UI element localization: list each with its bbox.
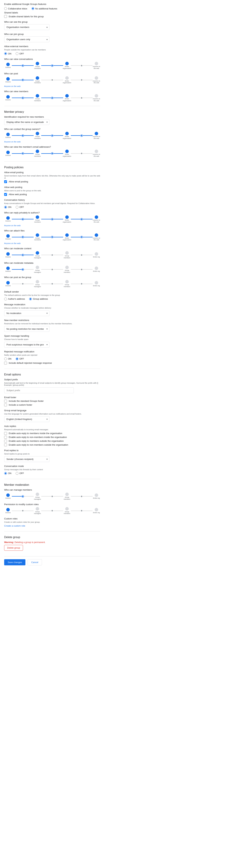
create-custom-role-button[interactable]: Create a custom role [4, 525, 25, 527]
authors-address-option[interactable]: Author's address [4, 298, 25, 300]
message-moderation-section: Message moderation Choose whether to mod… [4, 303, 100, 316]
who-can-join-select[interactable]: Organisation users only Anyone can ask A… [4, 36, 49, 42]
section-divider-4 [4, 479, 100, 479]
group-address-radio[interactable] [29, 298, 32, 300]
attach-files-slider: Owners Group members Entire organisation… [4, 234, 100, 241]
view-email-label: Who can view the member's email addresse… [4, 146, 100, 148]
group-address-option[interactable]: Group address [29, 298, 48, 300]
view-conversations-slider: Owners Group members Entire organisation… [4, 62, 100, 69]
conv-history-toggle: ON OFF [4, 206, 100, 209]
auto-reply-4[interactable]: Enable auto-reply to non-members outside… [4, 443, 100, 446]
email-language-select-wrapper[interactable]: English (United Kingdom) English (United… [4, 416, 49, 422]
group-email-language-section: Group email language Use this language f… [4, 409, 100, 422]
spam-handling-select[interactable]: Post suspicious messages to the group Si… [4, 342, 49, 347]
external-on-option[interactable]: ON [4, 52, 11, 55]
rejected-title: Rejected message notification [4, 350, 100, 353]
anyone-web-2[interactable]: Anyone on the web [4, 224, 100, 226]
email-language-select[interactable]: English (United Kingdom) English (United… [4, 416, 49, 422]
who-can-join-select-wrapper[interactable]: Organisation users only Anyone can ask A… [4, 36, 49, 42]
who-can-see-label: Who can see the group [4, 21, 100, 23]
email-posting-checkbox[interactable] [4, 180, 7, 183]
auto-reply-2[interactable]: Enable auto-reply to non-members inside … [4, 436, 100, 439]
post-as-group-slider: Owners Group managers Group members Enti… [4, 280, 100, 288]
identification-select-wrapper[interactable]: Display either the name or organisation … [4, 119, 49, 125]
conv-mode-on-radio[interactable] [4, 472, 7, 475]
message-moderation-select-wrapper[interactable]: No moderation Moderate all messages Mode… [4, 310, 49, 316]
new-member-select-wrapper[interactable]: No posting restriction for new members N… [4, 326, 49, 332]
moderate-content-slider: Owners Group managers Group members Enti… [4, 251, 100, 259]
conv-mode-on-option[interactable]: ON [4, 472, 11, 475]
shared-labels-checkbox[interactable] [4, 15, 7, 18]
default-rejected-checkbox[interactable] [4, 362, 7, 365]
email-footer-section: Email footer Include the standard Groups… [4, 396, 100, 406]
web-posting-checkbox-row[interactable]: Allow web posting [4, 193, 100, 196]
standard-footer-row[interactable]: Include the standard Groups footer [4, 400, 100, 403]
apply-web-link[interactable]: Anyone on the web [4, 141, 100, 143]
cancel-button[interactable]: Cancel [28, 559, 42, 565]
perm-icon-owner: Owners [4, 63, 12, 68]
delete-group-button[interactable]: Delete group [4, 545, 23, 551]
rejected-on-radio[interactable] [4, 358, 7, 360]
rejected-off-option[interactable]: OFF [16, 358, 24, 360]
enable-features-section: Enable additional Google Groups features… [4, 3, 100, 10]
post-replies-select-wrapper[interactable]: Sender (chooses recipient) The entire gr… [4, 456, 49, 462]
message-moderation-select[interactable]: No moderation Moderate all messages Mode… [4, 310, 49, 316]
view-members-label: Who can view members [4, 90, 100, 93]
rejected-on-option[interactable]: ON [4, 358, 11, 360]
shared-labels-checkbox-row[interactable]: Enable shared labels for this group [4, 15, 100, 18]
external-off-radio[interactable] [16, 52, 18, 55]
save-changes-button[interactable]: Save changes [4, 559, 26, 565]
conv-mode-off-option[interactable]: OFF [16, 472, 24, 475]
conv-history-on-radio[interactable] [4, 206, 7, 209]
new-member-title: New member restrictions [4, 319, 100, 321]
view-members-slider: Owners Group members Entire organisation… [4, 94, 100, 102]
no-additional-option[interactable]: No additional features [32, 7, 57, 10]
conv-mode-title: Conversation mode [4, 465, 100, 467]
post-replies-desc: Send replies to group posts to [4, 453, 100, 455]
moderate-metadata-slider: Owners Group managers Group members Enti… [4, 266, 100, 273]
conv-history-off[interactable]: OFF [16, 206, 24, 209]
conversation-mode-section: Conversation mode Group messages into th… [4, 465, 100, 475]
conv-history-off-radio[interactable] [16, 206, 18, 209]
spam-handling-section: Spam message handling Choose how to hand… [4, 335, 100, 347]
anyone-on-web-link[interactable]: Anyone on the web [4, 85, 100, 87]
external-off-option[interactable]: OFF [16, 52, 24, 55]
conv-history-on[interactable]: ON [4, 206, 11, 209]
email-posting-checkbox-row[interactable]: Allow email posting [4, 180, 100, 183]
spam-handling-select-wrapper[interactable]: Post suspicious messages to the group Si… [4, 342, 49, 347]
custom-footer-row[interactable]: Include a custom footer [4, 404, 100, 406]
attach-web-link[interactable]: Anyone on the web [4, 242, 100, 244]
authors-address-radio[interactable] [4, 298, 7, 300]
standard-footer-checkbox[interactable] [4, 400, 7, 403]
rejected-off-radio[interactable] [16, 358, 18, 360]
auto-reply-checkbox-1[interactable] [4, 432, 7, 435]
moderate-metadata-label: Who can moderate metadata [4, 261, 100, 264]
web-posting-checkbox[interactable] [4, 193, 7, 196]
default-sender-section: Default sender The default address used … [4, 290, 100, 300]
default-rejected-checkbox-row[interactable]: Include default rejected message respons… [4, 362, 100, 365]
external-on-radio[interactable] [4, 52, 7, 55]
auto-reply-3[interactable]: Enable auto-reply to members outside the… [4, 440, 100, 442]
who-can-see-select-wrapper[interactable]: Organisation members Anyone on the web A… [4, 24, 49, 30]
who-moderate-content: Who can moderate content Owners Group ma… [4, 247, 100, 259]
new-member-select[interactable]: No posting restriction for new members N… [4, 326, 49, 332]
no-additional-radio[interactable] [32, 7, 34, 10]
identification-required-section: Identification required for new members … [4, 116, 100, 125]
who-can-see-select[interactable]: Organisation members Anyone on the web A… [4, 24, 49, 30]
who-attach-files: Who can attach files Owners Group member… [4, 229, 100, 245]
auto-replies-title: Auto replies [4, 425, 100, 428]
subject-prefix-input[interactable] [4, 388, 74, 393]
custom-footer-checkbox[interactable] [4, 404, 7, 406]
auto-reply-checkbox-4[interactable] [4, 443, 7, 446]
collaborative-inbox-radio[interactable] [4, 7, 7, 10]
collaborative-inbox-option[interactable]: Collaborative inbox [4, 7, 27, 10]
auto-reply-1[interactable]: Enable auto-reply to members inside the … [4, 432, 100, 435]
identification-select[interactable]: Display either the name or organisation … [4, 119, 49, 125]
reply-privately-slider: Owners Group members Entire organisation… [4, 215, 100, 223]
delete-group-heading: Delete group [4, 536, 100, 539]
conv-mode-off-radio[interactable] [16, 472, 18, 475]
new-member-desc: Restrictions can be removed for individu… [4, 322, 100, 324]
auto-reply-checkbox-2[interactable] [4, 436, 7, 439]
post-replies-select[interactable]: Sender (chooses recipient) The entire gr… [4, 456, 49, 462]
auto-reply-checkbox-3[interactable] [4, 440, 7, 442]
